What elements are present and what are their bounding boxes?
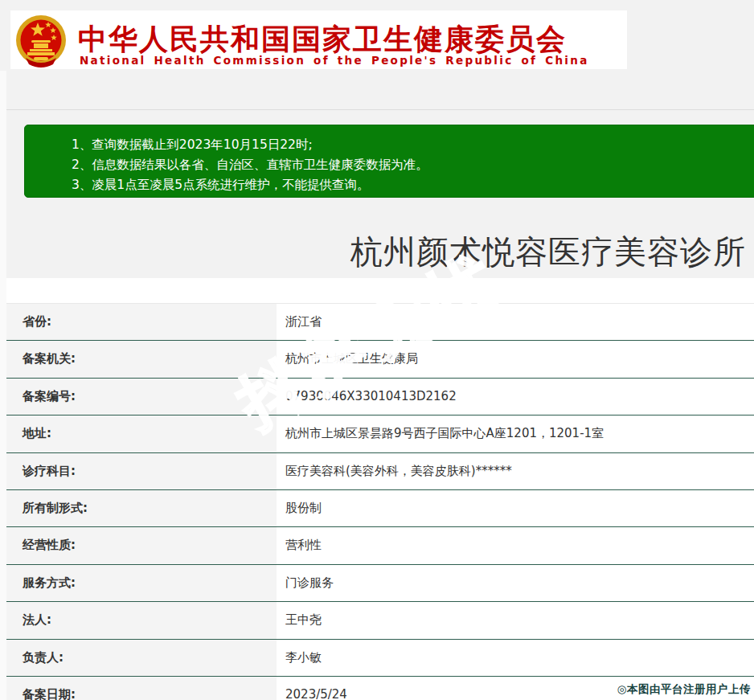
field-value: 杭州市上城区卫生健康局 xyxy=(277,341,754,377)
field-value: 医疗美容科(美容外科，美容皮肤科)****** xyxy=(277,453,754,489)
table-row-province: 省份: 浙江省 xyxy=(6,304,754,341)
notice-line-2: 2、信息数据结果以各省、自治区、直辖市卫生健康委数据为准。 xyxy=(72,155,750,175)
site-title-english: National Health Commission of the People… xyxy=(80,54,589,67)
field-label: 备案机关: xyxy=(6,341,277,377)
field-label: 省份: xyxy=(6,304,277,340)
field-label: 备案日期: xyxy=(6,677,277,700)
field-value: 王中尧 xyxy=(277,602,754,638)
header-divider xyxy=(6,109,754,110)
table-row-legal-person: 法人: 王中尧 xyxy=(6,602,754,639)
header-banner[interactable]: 中华人民共和国国家卫生健康委员会 National Health Commiss… xyxy=(10,10,627,69)
field-label: 服务方式: xyxy=(6,565,277,601)
field-label: 所有制形式: xyxy=(6,490,277,526)
field-value: 营利性 xyxy=(277,527,754,563)
table-row-person-in-charge: 负责人: 李小敏 xyxy=(6,640,754,677)
field-label: 负责人: xyxy=(6,640,277,676)
table-row-filing-authority: 备案机关: 杭州市上城区卫生健康局 xyxy=(6,341,754,378)
field-value: 浙江省 xyxy=(277,304,754,340)
field-label: 经营性质: xyxy=(6,527,277,563)
table-row-service-mode: 服务方式: 门诊服务 xyxy=(6,565,754,602)
field-value: 杭州市上城区景昙路9号西子国际中心A座1201，1201-1室 xyxy=(277,415,754,452)
field-label: 法人: xyxy=(6,602,277,638)
prc-national-emblem-icon xyxy=(14,11,68,72)
table-row-filing-number: 备案编号: 07930046X33010413D2162 xyxy=(6,379,754,415)
clinic-name-title: 杭州颜术悦容医疗美容诊所 xyxy=(350,230,746,274)
notice-box: 1、查询数据截止到2023年10月15日22时; 2、信息数据结果以各省、自治区… xyxy=(24,125,754,198)
field-value: 07930046X33010413D2162 xyxy=(277,379,754,415)
photo-credit-watermark: ◎本图由平台注册用户上传 xyxy=(617,682,751,697)
notice-line-3: 3、凌晨1点至凌晨5点系统进行维护，不能提供查询。 xyxy=(72,175,750,195)
table-row-ownership-type: 所有制形式: 股份制 xyxy=(6,490,754,527)
page-left-margin xyxy=(0,71,6,700)
field-label: 诊疗科目: xyxy=(6,453,277,489)
field-label: 地址: xyxy=(6,415,277,452)
field-value: 李小敏 xyxy=(277,640,754,676)
registration-table: 省份: 浙江省 备案机关: 杭州市上城区卫生健康局 备案编号: 07930046… xyxy=(6,303,754,700)
notice-line-1: 1、查询数据截止到2023年10月15日22时; xyxy=(72,135,750,155)
table-row-business-nature: 经营性质: 营利性 xyxy=(6,527,754,564)
field-label: 备案编号: xyxy=(6,379,277,415)
field-value: 门诊服务 xyxy=(277,565,754,601)
result-card: 省份: 浙江省 备案机关: 杭州市上城区卫生健康局 备案编号: 07930046… xyxy=(6,278,754,700)
field-value: 股份制 xyxy=(277,490,754,526)
table-row-medical-subjects: 诊疗科目: 医疗美容科(美容外科，美容皮肤科)****** xyxy=(6,453,754,490)
table-row-address: 地址: 杭州市上城区景昙路9号西子国际中心A座1201，1201-1室 xyxy=(6,415,754,452)
